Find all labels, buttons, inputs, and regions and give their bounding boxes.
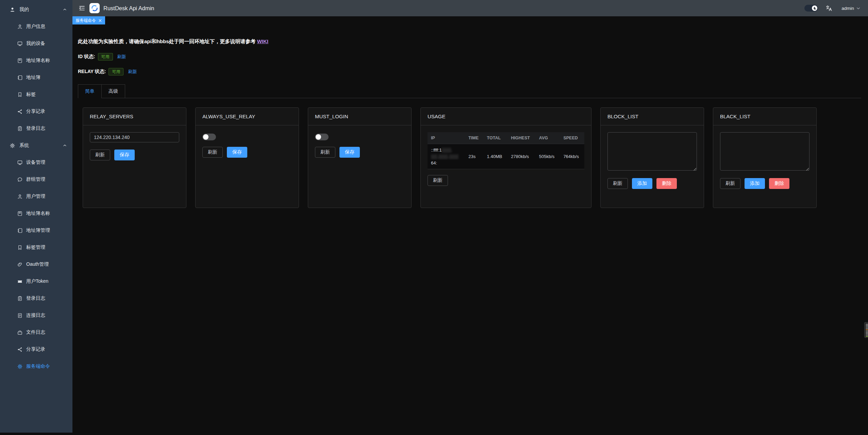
translate-icon[interactable] — [825, 5, 833, 12]
card-title: ALWAYS_USE_RELAY — [196, 108, 299, 125]
textarea-wrap — [607, 132, 697, 172]
id-status-label: ID 状态: — [78, 54, 95, 60]
sidebar-item-login-logs[interactable]: 登录日志 — [0, 120, 72, 137]
sidebar-item-label: 我的设备 — [26, 40, 45, 47]
card-block-list: BLOCK_LIST 刷新 添加 删除 — [600, 107, 704, 208]
user-icon — [17, 194, 23, 199]
card-always-use-relay: ALWAYS_USE_RELAY 刷新 保存 — [195, 107, 299, 208]
dark-mode-toggle[interactable] — [804, 5, 818, 12]
cards-row: RELAY_SERVERS 刷新 保存 ALWAYS_USE_RELAY 刷新 … — [83, 107, 861, 208]
clipboard-icon — [17, 296, 23, 301]
sidebar-item-label: 地址簿管理 — [26, 227, 50, 233]
black-list-textarea[interactable] — [720, 132, 809, 171]
sidebar-section-mine[interactable]: 我的 — [0, 1, 72, 18]
card-relay-servers: RELAY_SERVERS 刷新 保存 — [83, 107, 186, 208]
sidebar-item-tags[interactable]: 标签 — [0, 86, 72, 103]
sidebar-section-system[interactable]: 系统 — [0, 137, 72, 154]
save-button[interactable]: 保存 — [114, 150, 135, 160]
sidebar-item-addressbook-names-mgmt[interactable]: 地址簿名称 — [0, 205, 72, 222]
sidebar-item-file-logs[interactable]: 文件日志 — [0, 324, 72, 341]
sidebar-item-server-commands[interactable]: 服务端命令 — [0, 358, 72, 375]
bookmark-icon — [17, 92, 23, 98]
delete-button[interactable]: 删除 — [656, 178, 677, 189]
sidebar-item-label: 标签 — [26, 91, 36, 98]
sidebar-item-addressbook-mgmt[interactable]: 地址簿管理 — [0, 222, 72, 239]
chevron-up-icon — [62, 7, 68, 12]
sidebar-item-addressbook-names[interactable]: 地址簿名称 — [0, 52, 72, 69]
save-button[interactable]: 保存 — [227, 147, 247, 158]
refresh-button[interactable]: 刷新 — [607, 178, 628, 189]
widget-bar — [866, 332, 868, 333]
sidebar-item-label: 标签管理 — [26, 244, 45, 250]
sidebar-item-label: 设备管理 — [26, 159, 45, 166]
refresh-button[interactable]: 刷新 — [428, 175, 448, 186]
sidebar-item-label: 服务端命令 — [26, 363, 50, 369]
user-name: admin — [841, 6, 854, 11]
sidebar-item-label: 连接日志 — [26, 312, 45, 318]
usage-cell-ip: ::ffff:1▒▒▒.▒▒.▒▒▒.▒▒▒64: — [428, 144, 465, 169]
sidebar-item-user-mgmt[interactable]: 用户管理 — [0, 188, 72, 205]
tab-simple[interactable]: 简单 — [78, 84, 102, 98]
bookmark-icon — [17, 245, 23, 250]
sidebar-item-tag-mgmt[interactable]: 标签管理 — [0, 239, 72, 256]
tab-advanced[interactable]: 高级 — [102, 84, 125, 98]
widget-bar — [866, 335, 868, 335]
sidebar-item-connection-logs[interactable]: 连接日志 — [0, 307, 72, 324]
moon-icon — [813, 6, 817, 10]
widget-bar — [866, 324, 868, 325]
widget-bar — [866, 325, 868, 326]
sidebar-item-share-records-admin[interactable]: 分享记录 — [0, 341, 72, 358]
ip-redacted-segment: ▒▒▒. — [442, 147, 452, 153]
notebook-icon — [17, 75, 23, 81]
id-status-badge: 可用 — [98, 53, 113, 60]
dark-mode-knob — [812, 5, 817, 11]
refresh-button[interactable]: 刷新 — [202, 147, 223, 158]
sidebar-item-device-mgmt[interactable]: 设备管理 — [0, 154, 72, 171]
save-button[interactable]: 保存 — [339, 147, 360, 158]
sidebar-item-user-token[interactable]: 用户Token — [0, 273, 72, 290]
sidebar-item-oauth-mgmt[interactable]: Oauth管理 — [0, 256, 72, 273]
widget-bar — [866, 336, 868, 337]
must-login-toggle[interactable] — [315, 134, 329, 140]
usage-col-ip: IP — [428, 132, 465, 144]
ip-redacted-segment: ▒▒.▒▒▒.▒▒▒ — [431, 154, 458, 159]
card-title: MUST_LOGIN — [308, 108, 411, 125]
user-icon — [17, 24, 23, 30]
always-use-relay-toggle[interactable] — [202, 134, 216, 140]
sidebar-item-label: Oauth管理 — [26, 261, 49, 267]
sidebar-section-label: 系统 — [19, 142, 62, 149]
refresh-button[interactable]: 刷新 — [720, 178, 740, 189]
page-content: 此处功能为实验性质，请确保api和hbbs处于同一回环地址下，更多说明请参考 W… — [72, 24, 868, 208]
user-menu[interactable]: admin — [841, 6, 861, 11]
usage-cell-speed: 764kb/s — [560, 144, 584, 169]
sidebar-item-label: 分享记录 — [26, 108, 45, 115]
refresh-button[interactable]: 刷新 — [90, 150, 110, 160]
tab-label: 服务端命令 — [76, 18, 96, 23]
wiki-link[interactable]: WIKI — [257, 38, 268, 44]
relay-servers-input[interactable] — [90, 132, 179, 142]
sidebar-item-addressbook[interactable]: 地址簿 — [0, 69, 72, 86]
sidebar-item-user-info[interactable]: 用户信息 — [0, 18, 72, 35]
ip-text-segment: 64: — [431, 160, 437, 166]
add-button[interactable]: 添加 — [632, 178, 652, 189]
sidebar-item-label: 用户管理 — [26, 193, 45, 199]
sidebar-item-label: 文件日志 — [26, 329, 45, 335]
sidebar-item-share-records[interactable]: 分享记录 — [0, 103, 72, 120]
share-icon — [17, 109, 23, 115]
refresh-button[interactable]: 刷新 — [315, 147, 335, 158]
tab-server-commands[interactable]: 服务端命令 — [72, 16, 105, 24]
sidebar-item-group-mgmt[interactable]: 群组管理 — [0, 171, 72, 188]
usage-table-row: ::ffff:1▒▒▒.▒▒.▒▒▒.▒▒▒64: 23s 1.40MB 278… — [428, 144, 584, 169]
add-button[interactable]: 添加 — [745, 178, 765, 189]
fold-menu-icon[interactable] — [79, 5, 85, 12]
id-refresh-link[interactable]: 刷新 — [117, 54, 126, 60]
edge-extension-widget[interactable] — [864, 322, 868, 338]
block-list-textarea[interactable] — [607, 132, 697, 171]
sidebar-item-my-devices[interactable]: 我的设备 — [0, 35, 72, 52]
sidebar-item-login-logs-admin[interactable]: 登录日志 — [0, 290, 72, 307]
sidebar-item-label: 地址簿名称 — [26, 210, 50, 216]
widget-bar — [866, 329, 868, 330]
delete-button[interactable]: 删除 — [769, 178, 789, 189]
close-icon[interactable] — [98, 19, 102, 22]
relay-refresh-link[interactable]: 刷新 — [128, 69, 137, 75]
